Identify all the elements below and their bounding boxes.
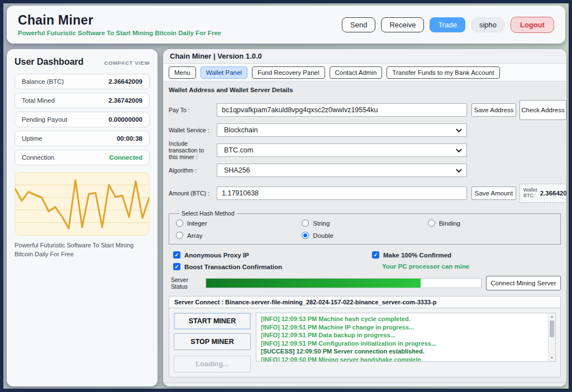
radio-array[interactable]: Array: [176, 232, 302, 239]
scroll-down-icon[interactable]: ▼: [549, 355, 555, 361]
wallet-btc-value: 2.36642009: [540, 190, 566, 197]
checkbox-boost-confirmation[interactable]: Boost Transaction Confirmation: [173, 263, 372, 270]
amount-input[interactable]: [217, 187, 467, 200]
options-grid: Anonymous Proxy IP Make 100% Confirmed B…: [169, 248, 561, 270]
server-connect-box: Server Connect : Binance-server-file-min…: [169, 296, 561, 377]
radio-checked-icon: [302, 232, 309, 239]
algorithm-row: Algorithm : SHA256: [169, 163, 561, 178]
pay-to-input[interactable]: [217, 103, 467, 117]
radio-binding[interactable]: Binding: [428, 219, 554, 227]
send-button[interactable]: Send: [342, 17, 375, 32]
chart-line: [15, 180, 149, 228]
log-line: [INFO] 12:09:51 PM Data backup in progre…: [261, 331, 545, 340]
connect-mining-server-button[interactable]: Connect Mining Server: [486, 276, 561, 290]
mining-chart-svg: [15, 173, 149, 235]
wallet-service-row: Wallet Service : Blockchain: [169, 123, 561, 137]
chevron-down-icon: [456, 169, 462, 173]
tab-fund-recovery[interactable]: Fund Recovery Panel: [252, 66, 325, 79]
stat-row-total-mined: Total Mined 2.36742009: [15, 93, 150, 108]
radio-icon: [428, 219, 435, 227]
include-miner-label: Include transaction to this miner :: [169, 140, 217, 160]
pay-to-row: Pay To : Save Address Check Address: [169, 100, 561, 120]
log-line: [INFO] 12:09:50 PM Mining server handsha…: [261, 356, 545, 362]
scroll-up-icon[interactable]: ▲: [549, 313, 555, 320]
radio-icon: [176, 219, 183, 227]
trade-button[interactable]: Trade: [430, 17, 465, 32]
checkbox-checked-icon: [173, 263, 180, 270]
start-miner-button[interactable]: START MINER: [174, 313, 251, 329]
log-line-success: [SUCCESS] 12:09:50 PM Server connection …: [261, 347, 545, 356]
tab-menu[interactable]: Menu: [169, 66, 196, 79]
main-panel: Chain Miner | Version 1.0.0 Menu Wallet …: [163, 49, 566, 386]
radio-icon: [176, 232, 183, 239]
amount-row: Amount (BTC) : Save Amount Wallet BTC: 2…: [169, 184, 561, 203]
receive-button[interactable]: Receive: [381, 17, 424, 32]
mining-chart: [15, 172, 150, 236]
algorithm-label: Algorithm :: [169, 167, 217, 174]
panel-title: Chain Miner | Version 1.0.0: [170, 52, 262, 60]
stat-value: 00:00:38: [117, 135, 142, 142]
loading-button[interactable]: Loading...: [174, 356, 251, 372]
radio-icon: [302, 219, 309, 227]
server-status-row: Server Status Connect Mining Server: [169, 276, 561, 290]
wallet-service-value: Blockchain: [224, 126, 258, 134]
stat-value: 2.36742009: [108, 97, 142, 104]
checkbox-anonymous-proxy[interactable]: Anonymous Proxy IP: [173, 251, 372, 259]
checkbox-checked-icon: [372, 251, 379, 259]
stat-value: 0.00000000: [108, 116, 142, 123]
stat-label: Balance (BTC): [22, 78, 64, 85]
stat-row-balance: Balance (BTC) 2.36642009: [15, 74, 150, 89]
user-dashboard-panel: User Dashboard COMPACT VIEW Balance (BTC…: [7, 49, 158, 386]
chevron-down-icon: [456, 149, 462, 153]
stat-value: 2.36642009: [108, 78, 142, 85]
panel-title-bar: Chain Miner | Version 1.0.0: [163, 49, 566, 64]
wallet-service-select[interactable]: Blockchain: [217, 123, 467, 137]
compact-view-toggle[interactable]: COMPACT VIEW: [104, 60, 150, 66]
wallet-btc-label: Wallet BTC:: [523, 188, 537, 199]
algorithm-select[interactable]: SHA256: [217, 164, 467, 177]
stat-label: Connection: [22, 154, 54, 161]
radio-label: Array: [187, 232, 202, 239]
checkbox-label: Anonymous Proxy IP: [184, 252, 249, 259]
save-amount-button[interactable]: Save Amount: [471, 187, 516, 200]
radio-label: String: [313, 220, 330, 227]
stat-label: Total Mined: [22, 97, 55, 104]
app-branding: Chain Miner Powerful Futuristic Software…: [18, 13, 221, 36]
radio-integer[interactable]: Integer: [176, 219, 302, 227]
header-actions: Send Receive Trade sipho Logout: [342, 17, 554, 33]
wallet-panel-body: Wallet Address and Wallet Server Details…: [163, 82, 566, 386]
tab-bar: Menu Wallet Panel Fund Recovery Panel Co…: [163, 64, 566, 82]
log-scrollbar[interactable]: ▲ ▼: [548, 313, 555, 361]
radio-double[interactable]: Double: [302, 232, 427, 239]
tab-transfer-funds[interactable]: Transfer Funds to my Bank Account: [387, 66, 499, 79]
radio-label: Integer: [187, 220, 207, 227]
tab-wallet-panel[interactable]: Wallet Panel: [201, 66, 247, 79]
connection-status-badge: Connected: [109, 154, 142, 161]
logout-button[interactable]: Logout: [511, 17, 554, 33]
stop-miner-button[interactable]: STOP MINER: [174, 333, 251, 350]
cpu-label: CPU : Intel(R) Core(TM) i5-10300H CPU @ …: [169, 386, 561, 386]
chevron-down-icon: [456, 128, 462, 133]
save-address-button[interactable]: Save Address: [471, 103, 516, 117]
checkbox-label: Make 100% Confirmed: [383, 252, 451, 259]
log-line: [INFO] 12:09:51 PM Machine IP change in …: [261, 323, 545, 332]
username-badge[interactable]: sipho: [471, 17, 505, 32]
app-title: Chain Miner: [18, 13, 221, 28]
stat-row-pending-payout: Pending Payout 0.00000000: [15, 112, 150, 127]
hash-method-fieldset: Select Hash Method Integer String Bindin…: [169, 210, 561, 245]
sidebar-caption: Powerful Futuristic Software To Start Mi…: [15, 241, 150, 259]
checkbox-make-confirmed[interactable]: Make 100% Confirmed: [372, 251, 556, 259]
amount-label: Amount (BTC) :: [169, 190, 217, 197]
radio-string[interactable]: String: [302, 219, 427, 227]
include-miner-value: BTC.com: [224, 146, 253, 154]
scrollbar-thumb[interactable]: [550, 321, 554, 337]
tab-contact-admin[interactable]: Contact Admin: [330, 66, 383, 79]
log-line: [INFO] 12:09:53 PM Machine hash cycle co…: [261, 315, 545, 323]
pay-to-label: Pay To :: [169, 107, 217, 113]
check-address-button[interactable]: Check Address: [519, 100, 566, 120]
hash-method-legend: Select Hash Method: [179, 210, 237, 217]
include-miner-select[interactable]: BTC.com: [217, 144, 467, 157]
app-header: Chain Miner Powerful Futuristic Software…: [7, 6, 565, 44]
stat-row-connection: Connection Connected: [15, 150, 150, 165]
stat-label: Uptime: [22, 135, 42, 142]
